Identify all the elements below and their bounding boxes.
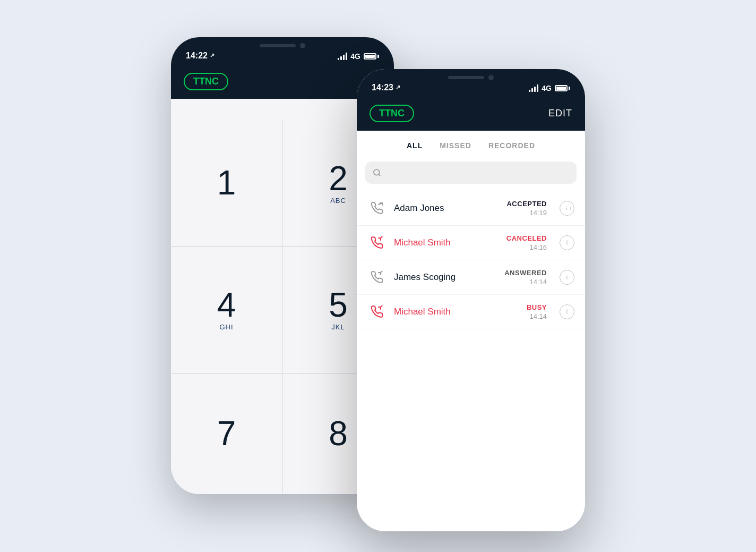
tab-missed[interactable]: MISSED [440,139,471,152]
key-number-8: 8 [329,417,348,451]
call-status-3: ANSWERED [504,269,547,277]
edit-button[interactable]: EDIT [548,108,572,119]
call-icon-incoming-1 [367,199,386,218]
svg-line-6 [381,236,382,238]
location-icon-back: ↗ [210,52,214,59]
key-letters-4: GHI [219,323,233,331]
call-icon-outgoing-4 [367,302,386,321]
call-status-4: BUSY [527,303,547,311]
key-letters-5: JKL [331,323,345,331]
caller-name-4: Michael Smith [394,307,519,317]
status-time-back: 14:22 ↗ [186,51,214,61]
status-bar-front: 14:23 ↗ 4G [357,69,585,97]
ttnc-logo-back[interactable]: TTNC [184,73,228,90]
svg-line-8 [381,305,382,307]
call-row: Michael Smith CANCELED 14:16 i [357,226,585,260]
call-time-2: 14:16 [529,243,547,251]
call-row: Michael Smith BUSY 14:14 i [357,295,585,329]
info-button-1[interactable]: i [560,201,574,216]
call-status-2: CANCELED [506,234,547,242]
svg-line-3 [379,203,382,205]
caller-name-3: James Scoging [394,272,497,283]
dialpad-key-7[interactable]: 7 [171,373,282,494]
info-button-4[interactable]: i [560,304,574,319]
info-button-2[interactable]: i [560,235,574,250]
call-status-wrap-2: CANCELED 14:16 [506,234,547,251]
key-number-7: 7 [217,417,236,451]
status-icons-front: 4G [529,84,570,92]
signal-bars-front [529,84,538,92]
notch-camera [300,43,305,48]
ttnc-logo-front[interactable]: TTNC [370,105,414,122]
status-bar-back: 14:22 ↗ 4G [171,37,394,65]
info-button-3[interactable]: i [560,270,574,285]
notch-camera-front [488,75,494,80]
call-icon-outgoing-3 [367,268,386,287]
status-time-front: 14:23 ↗ [372,83,400,92]
notch-pill [260,44,296,47]
search-wrap [357,157,585,191]
call-row: James Scoging ANSWERED 14:14 i [357,260,585,295]
battery-icon-back [364,53,379,60]
phone-front: 14:23 ↗ 4G TTNC EDIT [357,69,585,531]
key-number-1: 1 [217,166,236,200]
dialpad-key-1[interactable]: 1 [171,120,282,247]
notch-pill-front [448,76,484,79]
call-time-4: 14:14 [529,312,547,320]
signal-bars-back [338,53,347,60]
time-display-back: 14:22 [186,51,208,61]
search-box[interactable] [365,162,577,184]
key-letters-2: ABC [330,197,346,205]
call-status-wrap-3: ANSWERED 14:14 [504,269,547,286]
dialpad-key-4[interactable]: 4 GHI [171,247,282,373]
time-display-front: 14:23 [372,83,393,92]
svg-line-7 [381,271,382,273]
notch-back [240,37,325,54]
call-status-wrap-4: BUSY 14:14 [527,303,547,320]
caller-name-2: Michael Smith [394,237,499,248]
battery-icon-front [555,85,570,91]
call-row: Adam Jones ACCEPTED 14:19 i [357,191,585,226]
notch-front [428,69,513,86]
key-number-5: 5 [329,288,348,322]
nav-bar-front: TTNC EDIT [357,97,585,131]
svg-line-2 [379,174,380,176]
call-time-1: 14:19 [529,209,547,217]
key-number-4: 4 [217,288,236,322]
tab-recorded[interactable]: RECORDED [488,139,535,152]
call-icon-outgoing-2 [367,233,386,252]
tabs-bar: ALL MISSED RECORDED [357,131,585,157]
key-number-2: 2 [329,162,348,196]
call-status-wrap-1: ACCEPTED 14:19 [506,200,547,217]
location-icon-front: ↗ [396,84,400,91]
caller-name-1: Adam Jones [394,203,499,214]
search-icon [373,168,381,177]
status-icons-back: 4G [338,52,379,61]
call-time-3: 14:14 [529,278,547,286]
network-type-back: 4G [350,52,360,61]
search-input[interactable] [385,168,569,177]
tab-all[interactable]: ALL [407,139,423,152]
call-status-1: ACCEPTED [506,200,547,208]
network-type-front: 4G [542,84,552,92]
call-list: Adam Jones ACCEPTED 14:19 i [357,191,585,531]
